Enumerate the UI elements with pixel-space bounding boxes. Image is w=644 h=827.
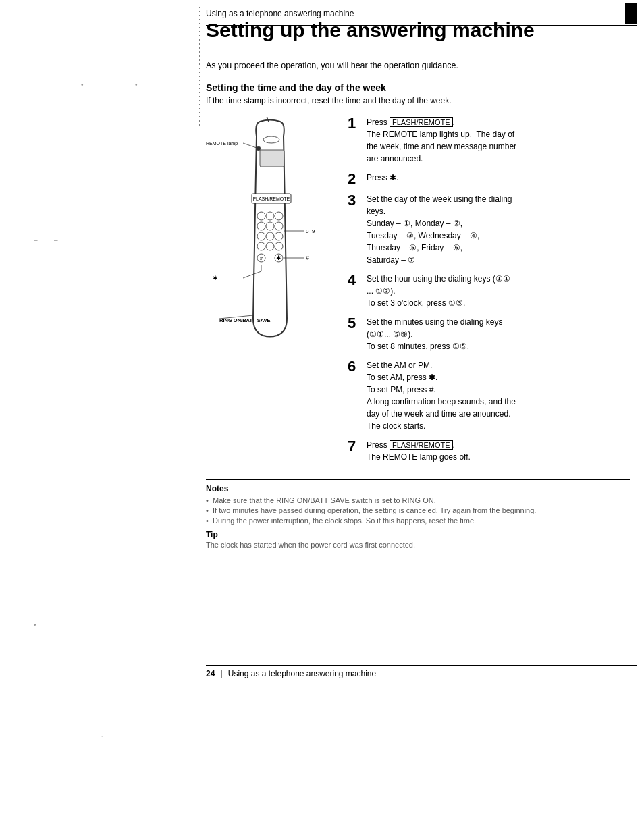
two-column-layout: FLASH/REMOTE 0–9 xyxy=(206,116,630,470)
step-7-content: Press FLASH/REMOTE. The REMOTE lamp goes… xyxy=(367,439,630,463)
margin-dot-4: – xyxy=(54,236,58,244)
header-subtitle: Using as a telephone answering machine xyxy=(206,9,354,18)
step-2: 2 Press ✱. xyxy=(348,171,630,186)
section-subtitle: If the time stamp is incorrect, reset th… xyxy=(206,96,630,105)
footer-text: Using as a telephone answering machine xyxy=(228,669,376,678)
margin-dot-2: • xyxy=(135,81,138,88)
svg-point-11 xyxy=(275,222,283,230)
step-7-number: 7 xyxy=(348,439,361,454)
tip-title: Tip xyxy=(206,530,630,539)
svg-text:RING ON/BATT SAVE: RING ON/BATT SAVE xyxy=(219,317,271,323)
svg-text:✱: ✱ xyxy=(213,275,218,282)
svg-point-10 xyxy=(266,222,274,230)
page-title-area: Setting up the answering machine xyxy=(206,19,637,41)
svg-text:✱: ✱ xyxy=(276,255,281,261)
step-6-content: Set the AM or PM. To set AM, press ✱. To… xyxy=(367,359,630,432)
step-4: 4 Set the hour using the dialing keys (①… xyxy=(348,273,630,309)
step-1: 1 Press FLASH/REMOTE. The REMOTE lamp li… xyxy=(348,116,630,165)
notes-section: Notes Make sure that the RING ON/BATT SA… xyxy=(206,479,630,525)
margin-dot-6: ` xyxy=(101,736,103,743)
steps-column: 1 Press FLASH/REMOTE. The REMOTE lamp li… xyxy=(348,116,630,470)
step-3-number: 3 xyxy=(348,193,361,208)
svg-point-12 xyxy=(257,232,265,240)
svg-point-7 xyxy=(266,212,274,220)
note-2: If two minutes have passed during operat… xyxy=(206,506,630,514)
step-1-number: 1 xyxy=(348,116,361,131)
footer-page-number: 24 xyxy=(206,669,215,678)
svg-point-9 xyxy=(257,222,265,230)
phone-svg: FLASH/REMOTE 0–9 xyxy=(206,116,334,400)
step-6: 6 Set the AM or PM. To set AM, press ✱. … xyxy=(348,359,630,432)
margin-decoration xyxy=(199,7,202,479)
phone-illustration-col: FLASH/REMOTE 0–9 xyxy=(206,116,341,402)
footer-separator: | xyxy=(220,668,222,678)
step-2-content: Press ✱. xyxy=(367,171,630,184)
margin-dot-1: • xyxy=(81,81,84,88)
notes-title: Notes xyxy=(206,484,630,493)
section-title: Setting the time and the day of the week xyxy=(206,82,630,93)
svg-point-6 xyxy=(257,212,265,220)
main-content: As you proceed the operation, you will h… xyxy=(206,61,630,549)
svg-point-17 xyxy=(275,242,283,250)
step-3-content: Set the day of the week using the dialin… xyxy=(367,193,630,266)
note-3: During the power interruption, the clock… xyxy=(206,516,630,525)
svg-text:#: # xyxy=(260,255,263,261)
page-footer: 24 | Using as a telephone answering mach… xyxy=(206,665,637,678)
svg-point-13 xyxy=(266,232,274,240)
step-5-number: 5 xyxy=(348,316,361,331)
step-7: 7 Press FLASH/REMOTE. The REMOTE lamp go… xyxy=(348,439,630,463)
svg-rect-2 xyxy=(260,150,284,167)
page-title: Setting up the answering machine xyxy=(206,19,637,41)
step-4-number: 4 xyxy=(348,273,361,288)
tip-text: The clock has started when the power cor… xyxy=(206,541,630,549)
margin-dot-3: – xyxy=(34,236,38,244)
intro-paragraph: As you proceed the operation, you will h… xyxy=(206,61,630,70)
svg-point-8 xyxy=(275,212,283,220)
svg-text:REMOTE lamp: REMOTE lamp xyxy=(206,141,238,146)
step-2-number: 2 xyxy=(348,171,361,186)
left-margin: • • – – • ` xyxy=(0,0,203,827)
svg-text:0–9: 0–9 xyxy=(306,228,315,234)
svg-text:FLASH/REMOTE: FLASH/REMOTE xyxy=(253,196,290,201)
step-1-content: Press FLASH/REMOTE. The REMOTE lamp ligh… xyxy=(367,116,630,165)
svg-point-15 xyxy=(257,242,265,250)
step-5: 5 Set the minutes using the dialing keys… xyxy=(348,316,630,352)
step-6-number: 6 xyxy=(348,359,361,374)
margin-dot-5: • xyxy=(34,621,36,629)
flash-remote-ref-1: FLASH/REMOTE xyxy=(390,117,453,127)
step-3: 3 Set the day of the week using the dial… xyxy=(348,193,630,266)
svg-text:#: # xyxy=(306,255,309,261)
step-5-content: Set the minutes using the dialing keys (… xyxy=(367,316,630,352)
flash-remote-ref-7: FLASH/REMOTE xyxy=(390,440,453,450)
note-1: Make sure that the RING ON/BATT SAVE swi… xyxy=(206,496,630,504)
svg-point-16 xyxy=(266,242,274,250)
step-4-content: Set the hour using the dialing keys (①① … xyxy=(367,273,630,309)
notes-list: Make sure that the RING ON/BATT SAVE swi… xyxy=(206,496,630,525)
tip-section: Tip The clock has started when the power… xyxy=(206,530,630,549)
svg-point-14 xyxy=(275,232,283,240)
